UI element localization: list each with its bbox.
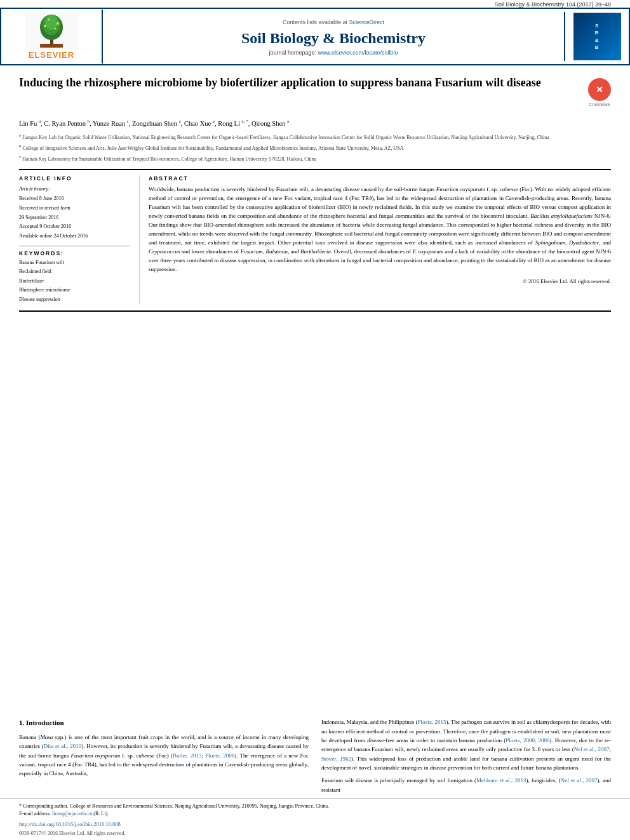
- homepage-label: journal homepage:: [269, 50, 316, 56]
- svg-point-6: [57, 22, 59, 25]
- email-line: E-mail address: lirong@njau.edu.cn (R. L…: [19, 810, 611, 818]
- svg-point-5: [44, 25, 46, 27]
- crossmark-wrapper: ✕ CrossMark: [580, 76, 611, 107]
- keyword-3: Biofertilizer: [19, 277, 130, 286]
- doi-line-wrapper: http://dx.doi.org/10.1016/j.soilbio.2016…: [19, 820, 611, 829]
- article-content: Inducing the rhizosphere microbiome by b…: [0, 65, 630, 717]
- ref-butler-2013[interactable]: Butler, 2013: [173, 752, 202, 759]
- homepage-url[interactable]: www.elsevier.com/locate/soilbio: [318, 50, 398, 56]
- received-date: Received 8 June 2016: [19, 195, 130, 203]
- sciencedirect-link[interactable]: ScienceDirect: [349, 19, 385, 25]
- email-link[interactable]: lirong@njau.edu.cn: [52, 811, 92, 817]
- article-info-column: article info Article history: Received 8…: [19, 175, 140, 304]
- intro-section-title: 1. Introduction: [19, 717, 309, 729]
- available-date: Available online 24 October 2016: [19, 232, 130, 241]
- crossmark-label: CrossMark: [589, 102, 610, 107]
- revised-date: 29 September 2016: [19, 214, 130, 222]
- history-heading: Article history:: [19, 185, 130, 194]
- divider: [19, 246, 130, 246]
- keywords-section: Keywords: Banana Fusarium wilt Reclaimed…: [19, 250, 130, 304]
- intro-left-column: 1. Introduction Banana (Musa spp.) is on…: [19, 717, 309, 798]
- doi-link[interactable]: http://dx.doi.org/10.1016/j.soilbio.2016…: [19, 820, 611, 829]
- journal-header: ELSEVIER Contents lists available at Sci…: [0, 8, 630, 65]
- ref-nel-2007[interactable]: Nel et al., 2007: [574, 746, 610, 752]
- section-number: 1.: [19, 719, 24, 726]
- ref-meldrum-2013[interactable]: Meldrum et al., 2013: [476, 777, 526, 783]
- journal-thumbnail-area: S B & B: [565, 9, 629, 64]
- corresponding-author-note: * Corresponding author. College of Resou…: [19, 803, 611, 810]
- email-suffix: (R. Li).: [93, 811, 109, 817]
- svg-point-4: [45, 15, 58, 30]
- keyword-2: Reclaimed field: [19, 267, 130, 276]
- crossmark-badge[interactable]: ✕: [588, 78, 611, 101]
- section-divider: [19, 310, 611, 312]
- footnote-area: * Corresponding author. College of Resou…: [0, 798, 630, 840]
- svg-point-8: [54, 28, 56, 30]
- section-title-text: Introduction: [26, 719, 64, 726]
- corresponding-author-text: * Corresponding author. College of Resou…: [19, 803, 329, 809]
- intro-right-column: Indonesia, Malaysia, and the Philippines…: [321, 717, 611, 798]
- abstract-heading: abstract: [149, 175, 611, 182]
- intro-para-2: Indonesia, Malaysia, and the Philippines…: [321, 717, 611, 772]
- publisher-logo-area: ELSEVIER: [1, 10, 103, 63]
- title-section: Inducing the rhizosphere microbiome by b…: [19, 76, 611, 112]
- ref-dita-2010[interactable]: Dita et al., 2010: [44, 743, 81, 749]
- affiliations: a Jiangsu Key Lab for Organic Solid Wast…: [19, 132, 611, 163]
- revised-label: Received in revised form: [19, 204, 130, 213]
- keywords-heading: Keywords:: [19, 250, 130, 257]
- journal-homepage-line: journal homepage: www.elsevier.com/locat…: [269, 50, 398, 56]
- ref-ploetz-2000[interactable]: Ploetz, 2000; 2006: [506, 737, 549, 743]
- elsevier-tree-icon: [25, 13, 79, 50]
- elsevier-wordmark: ELSEVIER: [29, 50, 74, 60]
- authors-line: Lin Fu a, C. Ryan Penton b, Yunze Ruan c…: [19, 118, 611, 128]
- article-title: Inducing the rhizosphere microbiome by b…: [19, 76, 580, 90]
- journal-title: Soil Biology & Biochemistry: [241, 30, 426, 47]
- page: Soil Biology & Biochemistry 104 (2017) 3…: [0, 0, 630, 840]
- affiliation-c: c Hainan Key Laboratory for Sustainable …: [19, 154, 611, 163]
- accepted-date: Accepted 9 October 2016: [19, 223, 130, 231]
- abstract-column: abstract Worldwide, banana production is…: [149, 175, 611, 304]
- issn-line: 0038-0717/© 2016 Elsevier Ltd. All right…: [19, 830, 611, 837]
- volume-info: Soil Biology & Biochemistry 104 (2017) 3…: [0, 0, 630, 8]
- sciencedirect-banner: Contents lists available at ScienceDirec…: [109, 17, 558, 27]
- ref-ploetz-2015[interactable]: Ploetz, 2015: [417, 719, 446, 725]
- abstract-text: Worldwide, banana production is severely…: [149, 185, 611, 274]
- keyword-5: Disease suppression: [19, 295, 130, 304]
- article-info-heading: article info: [19, 175, 130, 182]
- keyword-4: Rhizosphere microbiome: [19, 286, 130, 295]
- banner-text: Contents lists available at: [283, 19, 347, 25]
- intro-para-3: Fusarium wilt disease is principally man…: [321, 776, 611, 794]
- keyword-1: Banana Fusarium wilt: [19, 258, 130, 267]
- keywords-list: Banana Fusarium wilt Reclaimed field Bio…: [19, 258, 130, 304]
- email-label-text: E-mail address:: [19, 811, 51, 817]
- journal-thumbnail: S B & B: [573, 13, 621, 60]
- elsevier-logo: ELSEVIER: [25, 13, 79, 60]
- ref-stover-1962[interactable]: Stover, 1962: [321, 756, 351, 762]
- affiliation-b: b College of Integrative Sciences and Ar…: [19, 143, 611, 152]
- svg-point-7: [48, 19, 50, 21]
- affiliation-a: a Jiangsu Key Lab for Organic Solid Wast…: [19, 132, 611, 142]
- journal-title-area: Contents lists available at ScienceDirec…: [103, 12, 565, 61]
- intro-para-1: Banana (Musa spp.) is one of the most im…: [19, 733, 309, 778]
- ref-nel-2007b[interactable]: Nel et al., 2007: [561, 777, 598, 783]
- copyright-notice: © 2016 Elsevier Ltd. All rights reserved…: [149, 278, 611, 284]
- info-abstract-section: article info Article history: Received 8…: [19, 169, 611, 304]
- article-history: Article history: Received 8 June 2016 Re…: [19, 185, 130, 241]
- volume-info-text: Soil Biology & Biochemistry 104 (2017) 3…: [495, 1, 611, 8]
- ref-ploetz-2006[interactable]: Ploetz, 2006: [205, 752, 234, 759]
- history-label: Article history:: [19, 186, 50, 192]
- introduction-section: 1. Introduction Banana (Musa spp.) is on…: [0, 717, 630, 798]
